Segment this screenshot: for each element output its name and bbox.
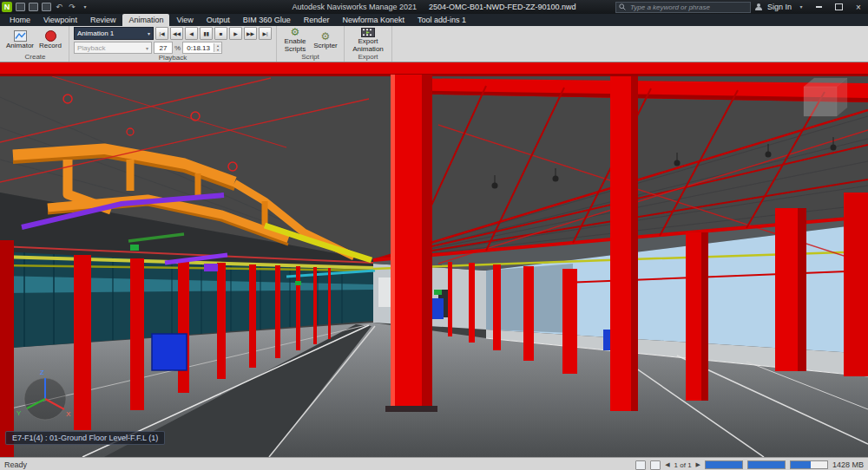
record-icon (45, 30, 56, 42)
axis-x-label: X (66, 410, 71, 418)
tab-output[interactable]: Output (201, 14, 236, 26)
animation-select-value: Animation 1 (77, 29, 114, 37)
enable-scripts-button[interactable]: ⚙ Enable Scripts (281, 28, 309, 53)
play-reverse-button[interactable]: ◀ (185, 27, 198, 40)
record-label: Record (39, 42, 62, 49)
go-to-start-button[interactable]: |◀ (155, 27, 168, 40)
redo-icon[interactable]: ↷ (67, 3, 77, 12)
document-name: 2504-OMC-B01-NWD-FED-ZZ-90100.nwd (429, 3, 576, 11)
search-box[interactable] (615, 2, 751, 13)
logo-letter: N (4, 3, 10, 11)
search-input[interactable] (628, 3, 747, 12)
close-button[interactable]: × (851, 1, 866, 13)
animator-label: Animator (6, 42, 34, 49)
step-back-button[interactable]: ◀◀ (170, 27, 183, 40)
title-bar: N ↶ ↷ ▾ Autodesk Navisworks Manage 20212… (0, 0, 868, 14)
export-animation-button[interactable]: Export Animation (349, 28, 387, 53)
scripter-label: Scripter (313, 42, 338, 49)
scripter-button[interactable]: ⚙ Scripter (312, 28, 339, 53)
search-icon (619, 3, 626, 10)
navisworks-window: N ↶ ↷ ▾ Autodesk Navisworks Manage 20212… (0, 0, 868, 470)
group-label-playback: Playback (74, 54, 272, 62)
tab-view[interactable]: View (170, 14, 199, 26)
web-progress-bar (790, 460, 828, 469)
ribbon-empty-space (392, 26, 868, 62)
maximize-button[interactable] (831, 1, 846, 13)
3d-viewport[interactable]: Z X Y E7-F1(4) : 01-Ground Floor Level-F… (0, 62, 868, 457)
navisworks-logo-icon[interactable]: N (2, 2, 12, 12)
gear-icon: ⚙ (291, 27, 300, 37)
sign-in-caret-icon[interactable]: ▾ (796, 3, 806, 12)
axis-y-label: Y (16, 409, 22, 417)
animator-button[interactable]: Animator (6, 28, 34, 53)
gear-icon: ⚙ (321, 31, 331, 42)
ribbon-group-export: Export Animation Export (345, 26, 392, 62)
user-icon (755, 3, 763, 11)
status-ready-text: Ready (4, 460, 27, 469)
axis-z-label: Z (40, 369, 44, 376)
spin-down-icon[interactable]: ▾ (214, 48, 221, 52)
record-button[interactable]: Record (36, 28, 64, 53)
tab-review[interactable]: Review (84, 14, 122, 26)
enable-scripts-label-1: Enable (285, 38, 306, 45)
frame-input[interactable]: 27 (154, 42, 173, 54)
percent-icon: % (174, 44, 181, 52)
chevron-down-icon: ▾ (146, 45, 148, 51)
maximize-icon (835, 3, 843, 10)
tab-tool-add-ins[interactable]: Tool add-ins 1 (411, 14, 472, 26)
tab-home[interactable]: Home (3, 14, 36, 26)
sheet-list-icon[interactable] (650, 460, 661, 470)
save-icon[interactable] (28, 3, 38, 12)
open-icon-glyph (16, 3, 25, 11)
tab-viewpoint[interactable]: Viewpoint (37, 14, 83, 26)
tab-animation[interactable]: Animation (122, 14, 169, 26)
time-spinner[interactable]: ▴ ▾ (214, 43, 221, 52)
export-animation-label-2: Animation (352, 46, 384, 53)
ribbon-group-create: Animator Record Create (2, 26, 69, 62)
time-position-value: 0:18.13 (183, 44, 214, 52)
disk-progress-bar (747, 460, 786, 469)
sheet-browser-icon[interactable] (635, 460, 646, 470)
model-canvas[interactable]: Z X Y (0, 62, 868, 457)
tab-bim-360-glue[interactable]: BIM 360 Glue (237, 14, 297, 26)
pencil-progress-bar (705, 460, 743, 469)
minimize-button[interactable] (811, 1, 826, 13)
time-position-input[interactable]: 0:18.13 ▴ ▾ (182, 42, 222, 54)
view-cube[interactable] (804, 78, 847, 116)
memory-indicator: 1428 MB (832, 460, 864, 469)
quick-access-caret-icon[interactable]: ▾ (80, 3, 90, 12)
stop-button[interactable]: ■ (214, 27, 227, 40)
export-animation-label-1: Export (358, 38, 378, 45)
group-label-script: Script (281, 53, 339, 62)
print-icon-glyph (42, 3, 51, 11)
ribbon: Animator Record Create Animation 1 ▾ (0, 26, 868, 62)
playback-position-select[interactable]: Playback ▾ (74, 42, 152, 54)
status-bar: Ready ◀ 1 of 1 ▶ 1428 MB (0, 457, 868, 470)
pause-button[interactable]: ▮▮ (200, 27, 213, 40)
ribbon-tab-bar: Home Viewpoint Review Animation View Out… (0, 14, 868, 26)
chevron-down-icon: ▾ (148, 30, 150, 36)
minimize-icon (816, 6, 822, 8)
animation-select[interactable]: Animation 1 ▾ (74, 27, 154, 40)
sign-in-button[interactable]: Sign In (767, 3, 792, 11)
undo-icon[interactable]: ↶ (54, 3, 64, 12)
app-name: Autodesk Navisworks Manage 2021 (292, 3, 417, 11)
tab-newforma-konekt[interactable]: Newforma Konekt (336, 14, 411, 26)
tab-render[interactable]: Render (298, 14, 336, 26)
save-icon-glyph (29, 3, 38, 11)
ribbon-group-playback: Animation 1 ▾ |◀ ◀◀ ◀ ▮▮ ■ ▶ ▶▶ ▶| (69, 26, 277, 62)
print-icon[interactable] (41, 3, 51, 12)
open-icon[interactable] (15, 3, 25, 12)
group-label-create: Create (6, 53, 64, 62)
next-sheet-button[interactable]: ▶ (696, 461, 700, 468)
play-button[interactable]: ▶ (229, 27, 242, 40)
enable-scripts-label-2: Scripts (285, 46, 306, 53)
group-label-export: Export (349, 53, 387, 62)
selection-tooltip: E7-F1(4) : 01-Ground Floor Level-F.F.L (… (5, 431, 165, 445)
step-forward-button[interactable]: ▶▶ (244, 27, 257, 40)
sheet-page-indicator: 1 of 1 (674, 461, 692, 469)
playback-position-value: Playback (77, 44, 105, 52)
go-to-end-button[interactable]: ▶| (259, 27, 272, 40)
previous-sheet-button[interactable]: ◀ (665, 461, 669, 468)
film-strip-icon (361, 28, 375, 37)
